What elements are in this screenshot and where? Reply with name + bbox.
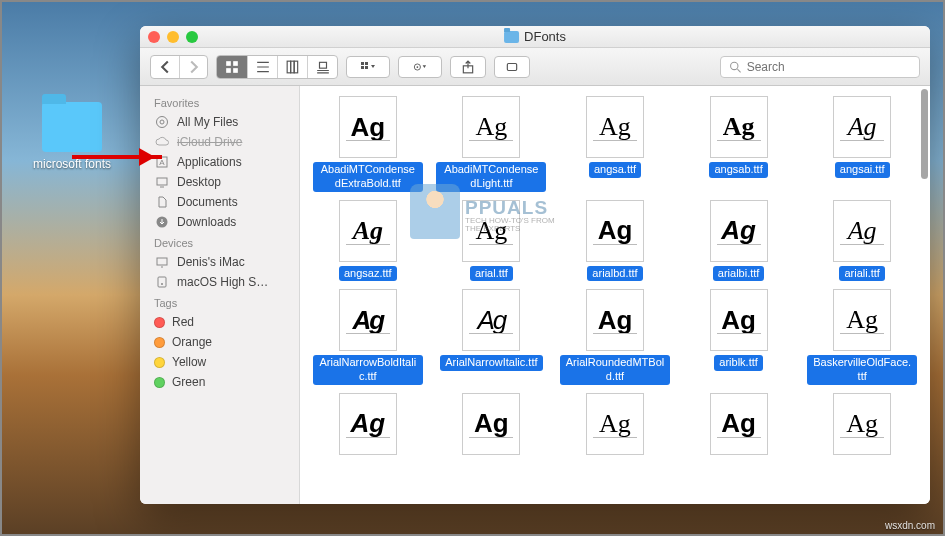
icon-view-button[interactable] (217, 56, 247, 78)
svg-rect-20 (507, 63, 516, 70)
fullscreen-button[interactable] (186, 31, 198, 43)
svg-rect-3 (233, 68, 238, 73)
file-item[interactable]: Agangsaz.ttf (308, 200, 428, 282)
svg-rect-0 (226, 61, 231, 66)
tag-dot-icon (154, 357, 165, 368)
action-button[interactable] (398, 56, 442, 78)
sidebar-label: macOS High S… (177, 275, 268, 289)
favorites-header: Favorites (140, 92, 299, 112)
coverflow-view-button[interactable] (307, 56, 337, 78)
window-title: DFonts (504, 29, 566, 44)
file-label: ariali.ttf (839, 266, 884, 282)
file-item[interactable]: AgArialNarrowBoldItalic.ttf (308, 289, 428, 385)
file-thumbnail: Ag (833, 96, 891, 158)
sidebar-item-documents[interactable]: Documents (140, 192, 299, 212)
svg-rect-15 (361, 66, 364, 69)
file-item[interactable]: Ag (308, 393, 428, 455)
file-item[interactable]: AgBaskervilleOldFace.ttf (802, 289, 922, 385)
file-label: ArialNarrowItalic.ttf (440, 355, 542, 371)
devices-header: Devices (140, 232, 299, 252)
sidebar-label: Red (172, 315, 194, 329)
sidebar-tag-green[interactable]: Green (140, 372, 299, 392)
tag-dot-icon (154, 317, 165, 328)
sidebar-tag-red[interactable]: Red (140, 312, 299, 332)
sidebar-label: All My Files (177, 115, 238, 129)
file-label: AbadiMTCondensedExtraBold.ttf (313, 162, 423, 192)
view-switcher (216, 55, 338, 79)
file-label: BaskervilleOldFace.ttf (807, 355, 917, 385)
svg-rect-13 (361, 62, 364, 65)
file-item[interactable]: Agariblk.ttf (679, 289, 799, 385)
file-label: ArialRoundedMTBold.ttf (560, 355, 670, 385)
scrollbar-thumb[interactable] (921, 89, 928, 179)
file-thumbnail: Ag (710, 96, 768, 158)
svg-rect-30 (157, 258, 167, 265)
title-text: DFonts (524, 29, 566, 44)
file-item[interactable]: Agarialbi.ttf (679, 200, 799, 282)
forward-button[interactable] (179, 56, 207, 78)
file-item[interactable]: Ag (802, 393, 922, 455)
title-bar[interactable]: DFonts (140, 26, 930, 48)
arrange-button[interactable] (346, 56, 390, 78)
list-view-button[interactable] (247, 56, 277, 78)
svg-point-24 (160, 120, 164, 124)
svg-rect-27 (157, 178, 167, 185)
disk-icon (154, 275, 170, 289)
file-item[interactable]: AgArialNarrowItalic.ttf (432, 289, 552, 385)
file-thumbnail: Ag (462, 289, 520, 351)
file-item[interactable]: Ag (555, 393, 675, 455)
all-files-icon (154, 115, 170, 129)
sidebar-label: Documents (177, 195, 238, 209)
file-item[interactable]: AgAbadiMTCondensedLight.ttf (432, 96, 552, 192)
file-item[interactable]: Agarialbd.ttf (555, 200, 675, 282)
file-item[interactable]: Ag (679, 393, 799, 455)
file-item[interactable]: Agarial.ttf (432, 200, 552, 282)
sidebar-label: Desktop (177, 175, 221, 189)
file-item[interactable]: Ag (432, 393, 552, 455)
sidebar-label: Yellow (172, 355, 206, 369)
file-item[interactable]: AgAbadiMTCondensedExtraBold.ttf (308, 96, 428, 192)
search-icon (729, 60, 742, 74)
file-label: angsa.ttf (589, 162, 641, 178)
tag-dot-icon (154, 377, 165, 388)
file-label: ariblk.ttf (714, 355, 763, 371)
sidebar-device-denis-s-imac[interactable]: Denis's iMac (140, 252, 299, 272)
tags-button[interactable] (494, 56, 530, 78)
traffic-lights (148, 31, 198, 43)
file-thumbnail: Ag (462, 393, 520, 455)
close-button[interactable] (148, 31, 160, 43)
annotation-arrow (72, 155, 162, 159)
sidebar-item-desktop[interactable]: Desktop (140, 172, 299, 192)
imac-icon (154, 255, 170, 269)
tag-dot-icon (154, 337, 165, 348)
back-button[interactable] (151, 56, 179, 78)
sidebar-tag-yellow[interactable]: Yellow (140, 352, 299, 372)
nav-group (150, 55, 208, 79)
file-thumbnail: Ag (710, 200, 768, 262)
desktop-folder[interactable]: microsoft fonts (32, 102, 112, 171)
sidebar-device-macos-high-s-[interactable]: macOS High S… (140, 272, 299, 292)
file-item[interactable]: Agangsab.ttf (679, 96, 799, 192)
file-item[interactable]: Agariali.ttf (802, 200, 922, 282)
column-view-button[interactable] (277, 56, 307, 78)
search-input[interactable] (747, 60, 911, 74)
file-item[interactable]: Agangsa.ttf (555, 96, 675, 192)
svg-rect-1 (233, 61, 238, 66)
sidebar: Favorites All My FilesiCloud DriveAAppli… (140, 86, 300, 504)
file-item[interactable]: Agangsai.ttf (802, 96, 922, 192)
share-button[interactable] (450, 56, 486, 78)
search-field[interactable] (720, 56, 920, 78)
sidebar-tag-orange[interactable]: Orange (140, 332, 299, 352)
cloud-icon (154, 135, 170, 149)
toolbar (140, 48, 930, 86)
svg-point-18 (417, 66, 419, 68)
file-label: arialbd.ttf (587, 266, 642, 282)
sidebar-label: Orange (172, 335, 212, 349)
minimize-button[interactable] (167, 31, 179, 43)
file-grid-area[interactable]: AgAbadiMTCondensedExtraBold.ttfAgAbadiMT… (300, 86, 930, 504)
file-item[interactable]: AgArialRoundedMTBold.ttf (555, 289, 675, 385)
file-thumbnail: Ag (586, 393, 644, 455)
sidebar-item-all-my-files[interactable]: All My Files (140, 112, 299, 132)
sidebar-item-downloads[interactable]: Downloads (140, 212, 299, 232)
file-label: angsab.ttf (709, 162, 767, 178)
